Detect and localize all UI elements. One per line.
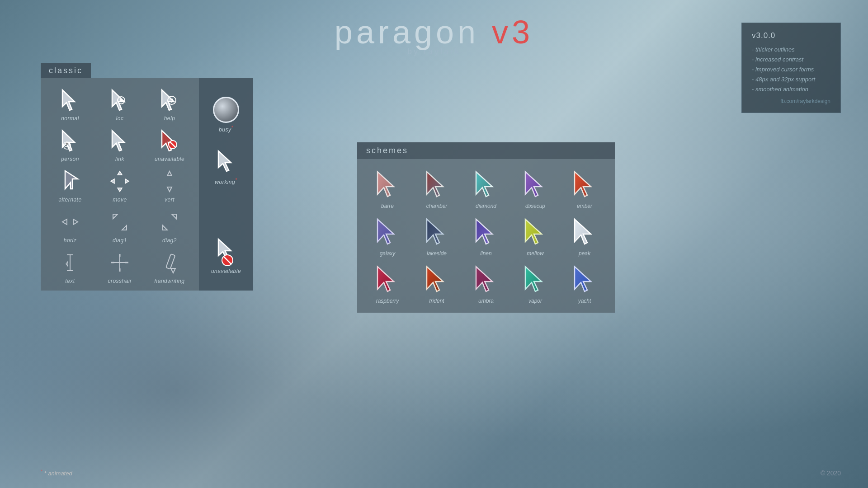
svg-marker-0 (62, 90, 75, 110)
scheme-cell-raspberry: raspberry (364, 261, 411, 306)
scheme-cell-lakeside: lakeside (413, 213, 460, 258)
svg-marker-22 (73, 219, 78, 225)
cursor-label-horiz: horiz (64, 237, 77, 244)
cursor-label-person: person (61, 156, 79, 162)
svg-marker-18 (125, 179, 129, 183)
svg-point-3 (120, 99, 123, 102)
title-paragon: paragon (335, 14, 492, 50)
cursor-label-diag2: diag2 (162, 237, 177, 244)
scheme-icon-ember (569, 169, 600, 201)
scheme-cell-linen: linen (462, 213, 509, 258)
svg-marker-14 (65, 171, 78, 189)
scheme-icon-diamond (470, 169, 502, 201)
cursor-label-vert: vert (165, 197, 175, 203)
classic-right-col: busy* working* (199, 78, 253, 291)
scheme-icon-chamber (421, 169, 453, 201)
cursor-icon-diag2 (156, 208, 183, 235)
scheme-icon-mellow (519, 217, 551, 249)
svg-marker-52 (575, 219, 591, 244)
cursor-label-text: text (65, 278, 75, 284)
scheme-icon-dixiecup (519, 169, 551, 201)
cursor-cell-person: person (45, 123, 95, 164)
scheme-icon-yacht (569, 264, 600, 296)
scheme-icon-galaxy (372, 217, 403, 249)
svg-marker-39 (218, 151, 231, 171)
svg-marker-21 (62, 219, 67, 225)
cursor-icon-unavailable-side (212, 239, 240, 266)
cursor-icon-person (57, 127, 84, 154)
cursor-label-alternate: alternate (58, 197, 81, 203)
svg-marker-56 (525, 267, 542, 291)
cursor-icon-move (106, 168, 133, 195)
cursor-label-diag1: diag1 (113, 237, 127, 244)
feature-48px-support: - 48px and 32px support (752, 75, 830, 84)
scheme-cell-peak: peak (561, 213, 608, 258)
svg-marker-20 (167, 187, 172, 192)
svg-marker-44 (427, 172, 443, 197)
schemes-header: schemes (357, 142, 615, 159)
svg-marker-30 (66, 262, 68, 266)
scheme-icon-vapor (519, 264, 551, 296)
schemes-panel: schemes barre chamber diamond (357, 142, 615, 313)
scheme-label-lakeside: lakeside (427, 250, 447, 257)
svg-marker-15 (118, 171, 122, 175)
cursor-icon-handwriting (156, 249, 183, 276)
svg-marker-24 (122, 225, 127, 230)
svg-marker-16 (118, 188, 122, 192)
scheme-icon-raspberry (372, 264, 403, 296)
cursor-cell-link: link (95, 123, 145, 164)
cursor-cell-text: text (45, 245, 95, 286)
svg-marker-48 (377, 219, 394, 244)
cursor-cell-normal: normal (45, 83, 95, 123)
cursor-cell-busy: busy* (211, 93, 241, 135)
cursor-icon-help: ? (156, 86, 183, 113)
scheme-label-mellow: mellow (527, 250, 543, 257)
version-box: v3.0.0 - thicker outlines - increased co… (741, 23, 841, 113)
cursor-label-working: working* (215, 178, 237, 185)
cursor-icon-crosshair (106, 249, 133, 276)
cursor-label-handwriting: handwriting (155, 278, 185, 284)
cursor-cell-unavailable-side: unavailable (209, 235, 243, 276)
cursor-icon-unavailable (156, 127, 183, 154)
classic-left-grid: normal loc ? (41, 78, 199, 291)
animated-star-note: * (41, 469, 42, 474)
svg-marker-57 (575, 267, 591, 291)
cursor-icon-loc (106, 86, 133, 113)
cursor-cell-alternate: alternate (45, 164, 95, 205)
scheme-icon-peak (569, 217, 600, 249)
scheme-label-diamond: diamond (476, 203, 496, 209)
classic-panel: classic normal (41, 63, 253, 291)
scheme-label-vapor: vapor (528, 298, 542, 304)
cursor-icon-text (57, 249, 84, 276)
scheme-cell-vapor: vapor (512, 261, 559, 306)
animated-note: * * animated (41, 469, 72, 477)
svg-marker-49 (427, 219, 443, 244)
scheme-cell-yacht: yacht (561, 261, 608, 306)
scheme-cell-chamber: chamber (413, 166, 460, 211)
cursor-label-unavailable: unavailable (155, 156, 184, 162)
feature-improved-cursor: - improved cursor forms (752, 65, 830, 75)
classic-label: classic (41, 63, 91, 78)
copyright: © 2020 (821, 469, 841, 477)
version-link: fb.com/raylarkdesign (752, 98, 830, 104)
scheme-cell-ember: ember (561, 166, 608, 211)
scheme-cell-dixiecup: dixiecup (512, 166, 559, 211)
scheme-label-chamber: chamber (426, 203, 448, 209)
cursor-label-unavailable-side: unavailable (211, 268, 241, 274)
feature-increased-contrast: - increased contrast (752, 55, 830, 65)
cursor-label-link: link (115, 156, 124, 162)
classic-grid: normal loc ? (41, 78, 253, 291)
cursor-icon-link (106, 127, 133, 154)
title-area: paragon v3 by raylark (335, 14, 533, 56)
cursor-cell-help: ? help (145, 83, 194, 123)
svg-rect-37 (166, 254, 175, 269)
scheme-label-linen: linen (480, 250, 491, 257)
svg-marker-55 (476, 267, 492, 291)
cursor-label-loc: loc (116, 115, 124, 122)
version-number: v3.0.0 (752, 31, 830, 40)
scheme-label-ember: ember (577, 203, 592, 209)
svg-marker-23 (113, 214, 118, 219)
scheme-icon-linen (470, 217, 502, 249)
scheme-label-dixiecup: dixiecup (525, 203, 545, 209)
svg-point-9 (66, 142, 68, 145)
